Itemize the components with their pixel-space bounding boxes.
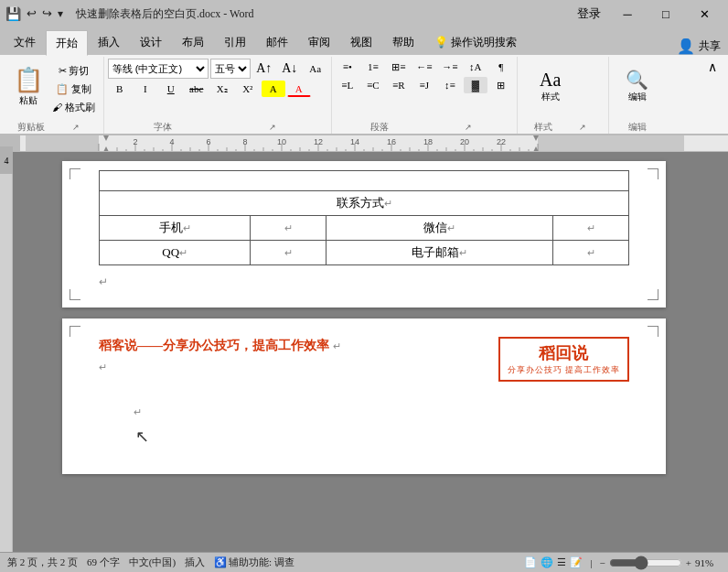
multilevel-button[interactable]: ⊞≡	[387, 59, 411, 75]
share-label[interactable]: 共享	[699, 38, 721, 54]
zoom-out-button[interactable]: −	[600, 557, 605, 568]
tab-review[interactable]: 审阅	[298, 29, 340, 55]
table-row: 手机↵ ↵ 微信↵ ↵	[100, 216, 629, 241]
styles-icon: Aa	[540, 70, 561, 91]
svg-text:16: 16	[387, 137, 396, 146]
shading-button[interactable]: ▓	[464, 77, 487, 93]
styles-expand-icon[interactable]: ↗	[562, 123, 603, 132]
save-icon[interactable]: 💾	[5, 6, 21, 22]
font-size-select[interactable]: 五号	[210, 59, 251, 79]
format-painter-button[interactable]: 🖌 格式刷	[49, 99, 98, 115]
clipboard-expand-icon[interactable]: ↗	[53, 123, 97, 132]
undo-icon[interactable]: ↩	[27, 6, 37, 21]
cursor-area: ↖	[135, 426, 149, 447]
highlight-button[interactable]: A	[262, 81, 285, 97]
paragraph-group: ≡• 1≡ ⊞≡ ←≡ →≡ ↕A ¶ ≡L ≡C ≡R ≡J ↕≡	[332, 57, 518, 134]
tab-design[interactable]: 设计	[130, 29, 172, 55]
login-button[interactable]: 登录	[571, 4, 607, 24]
edit-group: 🔍 编辑 编辑	[609, 57, 666, 134]
bold-button[interactable]: B	[108, 81, 132, 97]
ruler: 2 4 6 8 10 12 14 16 18 20 22	[0, 135, 728, 152]
justify-button[interactable]: ≡J	[412, 77, 436, 93]
table-cell-qq-value: ↵	[251, 241, 327, 265]
paste-button[interactable]: 📋 粘贴	[9, 59, 48, 113]
title-bar: 💾 ↩ ↪ ▾ 快速删除表格后的空白页.docx - Word 登录 ─ □ ✕	[0, 0, 728, 27]
svg-text:2: 2	[133, 137, 137, 146]
window-controls: 登录 ─ □ ✕	[571, 4, 723, 24]
font-expand-icon[interactable]: ↗	[218, 123, 327, 132]
status-right: 📄 🌐 ☰ 📝 | − + 91%	[524, 556, 721, 568]
clipboard-group-top: 📋 粘贴 ✂ 剪切 📋 复制 🖌 格式刷	[9, 59, 98, 119]
font-family-select[interactable]: 等线 (中文正文)	[108, 59, 209, 79]
align-left-button[interactable]: ≡L	[336, 77, 359, 93]
font-grow-button[interactable]: A↑	[252, 60, 276, 77]
view-draft-icon[interactable]: 📝	[570, 556, 583, 568]
view-web-icon[interactable]: 🌐	[541, 556, 553, 568]
font-shrink-button[interactable]: A↓	[278, 60, 302, 77]
styles-button[interactable]: Aa 样式	[523, 59, 578, 113]
subscript-button[interactable]: X₂	[210, 81, 234, 97]
increase-indent-button[interactable]: →≡	[438, 59, 462, 75]
view-outline-icon[interactable]: ☰	[557, 556, 566, 568]
superscript-button[interactable]: X²	[236, 81, 260, 97]
border-button[interactable]: ⊞	[489, 77, 513, 93]
clear-format-button[interactable]: Aa	[304, 60, 327, 77]
numbering-button[interactable]: 1≡	[361, 59, 385, 75]
tab-file[interactable]: 文件	[4, 29, 46, 55]
table-cell-mobile-value: ↵	[251, 216, 327, 241]
corner-tr	[648, 168, 658, 179]
status-bar: 第 2 页，共 2 页 69 个字 中文(中国) 插入 ♿ 辅助功能: 调查 📄…	[0, 552, 728, 572]
more-tools-icon[interactable]: ▾	[58, 7, 63, 21]
collapse-ribbon-button[interactable]: ∧	[701, 59, 724, 75]
tab-home[interactable]: 开始	[46, 30, 88, 56]
align-right-button[interactable]: ≡R	[387, 77, 411, 93]
show-marks-button[interactable]: ¶	[489, 59, 513, 75]
decrease-indent-button[interactable]: ←≡	[412, 59, 436, 75]
font-color-button[interactable]: A	[287, 81, 311, 97]
svg-text:14: 14	[350, 137, 359, 146]
redo-icon[interactable]: ↪	[42, 6, 52, 21]
table-cell-email-value: ↵	[553, 241, 629, 265]
tab-search[interactable]: 💡操作说明搜索	[424, 29, 527, 55]
styles-group-top: Aa 样式	[523, 59, 603, 119]
close-button[interactable]: ✕	[686, 4, 723, 24]
tab-insert[interactable]: 插入	[88, 29, 130, 55]
tab-view[interactable]: 视图	[340, 29, 382, 55]
left-margin-indicator[interactable]: 4	[0, 152, 13, 174]
paragraph-group-top: ≡• 1≡ ⊞≡ ←≡ →≡ ↕A ¶ ≡L ≡C ≡R ≡J ↕≡	[336, 59, 513, 119]
tab-references[interactable]: 引用	[214, 29, 256, 55]
view-normal-icon[interactable]: 📄	[524, 556, 537, 568]
maximize-button[interactable]: □	[648, 4, 684, 24]
page2-corner-tl	[70, 326, 80, 337]
promo-text: 稻客说——分享办公技巧，提高工作效率	[99, 339, 329, 352]
tab-mailing[interactable]: 邮件	[256, 29, 298, 55]
strikethrough-button[interactable]: abc	[185, 81, 209, 97]
table-cell-wechat-label: 微信↵	[327, 216, 553, 241]
minimize-button[interactable]: ─	[609, 4, 646, 24]
zoom-slider[interactable]	[609, 558, 682, 567]
sort-button[interactable]: ↕A	[464, 59, 487, 75]
collapse-ribbon-area: ∧	[701, 57, 724, 134]
table-cell-qq-label: QQ↵	[100, 241, 251, 265]
corner-bl	[70, 289, 80, 300]
copy-button[interactable]: 📋 复制	[49, 81, 98, 97]
align-center-button[interactable]: ≡C	[361, 77, 385, 93]
share-area: 👤 共享	[677, 38, 728, 55]
table-cell-contact-header: 联系方式↵	[100, 191, 629, 216]
paragraph-expand-icon[interactable]: ↗	[424, 123, 513, 132]
tab-help[interactable]: 帮助	[382, 29, 424, 55]
language: 中文(中国)	[129, 556, 176, 569]
italic-button[interactable]: I	[134, 81, 157, 97]
edit-group-label: 编辑	[615, 119, 660, 134]
line-spacing-button[interactable]: ↕≡	[438, 77, 462, 93]
tab-layout[interactable]: 布局	[172, 29, 214, 55]
font-group-label: 字体 ↗	[108, 119, 327, 134]
zoom-in-button[interactable]: +	[686, 557, 691, 568]
cut-button[interactable]: ✂ 剪切	[49, 62, 98, 79]
logo-area: 稻回说 分享办公技巧 提高工作效率	[498, 337, 629, 382]
underline-button[interactable]: U	[159, 81, 183, 97]
accessibility: ♿ 辅助功能: 调查	[214, 556, 294, 569]
bullets-button[interactable]: ≡•	[336, 59, 359, 75]
edit-button[interactable]: 🔍 编辑	[615, 59, 660, 113]
ribbon-area: 文件 开始 插入 设计 布局 引用 邮件 审阅 视图 帮助 💡操作说明搜索 👤 …	[0, 27, 728, 135]
